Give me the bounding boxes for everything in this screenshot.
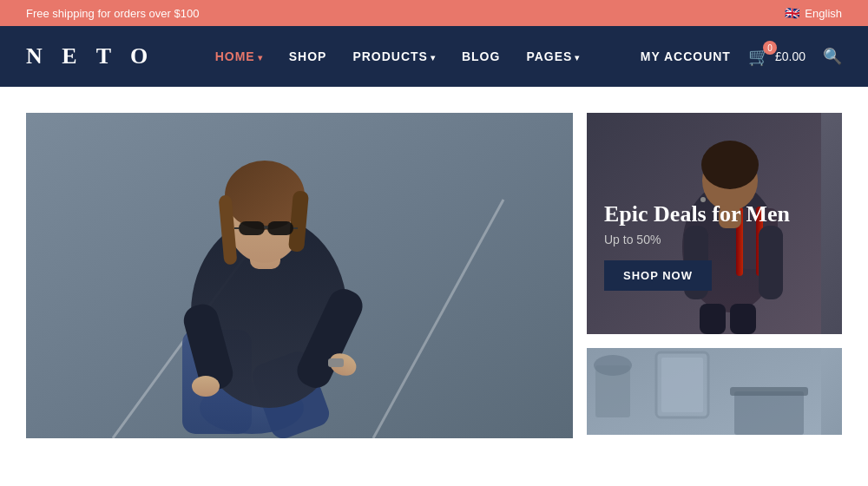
- cart-price: £0.00: [775, 49, 806, 63]
- side-panel-top: Epic Deals for Men Up to 50% SHOP NOW: [587, 113, 842, 334]
- top-bar: Free shipping for orders over $100 🇬🇧 En…: [0, 0, 868, 26]
- svg-rect-17: [264, 226, 268, 229]
- shop-now-button[interactable]: SHOP NOW: [604, 260, 712, 291]
- side-panel-bottom: [587, 348, 842, 435]
- nav-right: MY ACCOUNT 🛒 0 £0.00 🔍: [641, 46, 842, 67]
- svg-rect-34: [730, 304, 756, 334]
- panel-top-subtitle: Up to 50%: [604, 233, 790, 246]
- my-account-link[interactable]: MY ACCOUNT: [641, 49, 731, 63]
- svg-point-29: [701, 141, 759, 189]
- svg-rect-33: [700, 304, 726, 334]
- flag-icon: 🇬🇧: [785, 6, 799, 20]
- shipping-text: Free shipping for orders over $100: [26, 7, 199, 20]
- nav-item-shop[interactable]: SHOP: [289, 49, 327, 64]
- nav-link-shop[interactable]: SHOP: [289, 49, 327, 63]
- nav-item-home[interactable]: HOME▾: [215, 49, 263, 64]
- language-label: English: [805, 7, 842, 20]
- search-icon[interactable]: 🔍: [823, 47, 842, 66]
- nav-item-pages[interactable]: PAGES▾: [526, 49, 580, 64]
- svg-rect-16: [267, 221, 293, 235]
- nav-link-products[interactable]: PRODUCTS▾: [352, 49, 436, 63]
- logo[interactable]: N E T O: [26, 43, 155, 69]
- language-selector[interactable]: 🇬🇧 English: [785, 6, 842, 20]
- hero-image: [26, 113, 573, 438]
- nav-link-blog[interactable]: BLOG: [462, 49, 500, 63]
- nav-link-pages[interactable]: PAGES▾: [526, 49, 580, 63]
- nav-links: HOME▾ SHOP PRODUCTS▾ BLOG PAGES▾: [215, 49, 581, 64]
- svg-point-20: [192, 376, 220, 397]
- navbar: N E T O HOME▾ SHOP PRODUCTS▾ BLOG PAGES▾: [0, 26, 868, 87]
- side-panels: Epic Deals for Men Up to 50% SHOP NOW: [587, 113, 842, 438]
- panel-top-content: Epic Deals for Men Up to 50% SHOP NOW: [604, 200, 790, 291]
- panel-bottom-svg: [587, 348, 821, 435]
- hero-svg: [26, 113, 573, 438]
- nav-link-home[interactable]: HOME▾: [215, 49, 263, 63]
- svg-rect-22: [328, 358, 344, 367]
- main-content: Epic Deals for Men Up to 50% SHOP NOW: [0, 113, 868, 464]
- svg-rect-41: [734, 391, 804, 435]
- nav-item-blog[interactable]: BLOG: [462, 49, 500, 64]
- svg-point-38: [594, 355, 632, 376]
- svg-rect-15: [239, 221, 265, 235]
- panel-top-title: Epic Deals for Men: [604, 200, 790, 227]
- cart-button[interactable]: 🛒 0 £0.00: [748, 46, 806, 67]
- cart-badge: 0: [763, 41, 777, 55]
- svg-rect-40: [661, 358, 703, 412]
- nav-item-products[interactable]: PRODUCTS▾: [352, 49, 436, 64]
- svg-rect-42: [730, 387, 808, 396]
- white-strip: [0, 87, 868, 113]
- cart-icon-wrap: 🛒 0: [748, 46, 770, 67]
